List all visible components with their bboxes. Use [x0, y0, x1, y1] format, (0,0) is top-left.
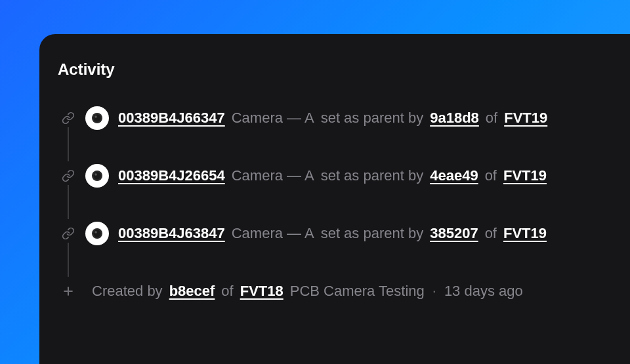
plus-icon	[62, 285, 75, 298]
activity-item: 00389B4J26654 Camera — A set as parent b…	[58, 160, 630, 192]
serial-link[interactable]: 00389B4J66347	[118, 110, 225, 127]
link-icon	[62, 227, 75, 240]
serial-link[interactable]: 00389B4J63847	[118, 225, 225, 242]
link-icon	[62, 169, 75, 182]
activity-panel: Activity 00389B4J66347 Camera — A set as…	[39, 34, 630, 364]
svg-point-8	[94, 231, 97, 233]
link-icon	[62, 111, 75, 125]
camera-avatar	[85, 222, 109, 245]
timeline-icon-col	[58, 218, 79, 249]
timeline-icon-col	[58, 275, 79, 307]
activity-text: Created by b8ecef of FVT18 PCB Camera Te…	[92, 283, 523, 300]
of-label: of	[221, 283, 233, 300]
device-label: Camera — A	[232, 225, 314, 242]
timeline-icon-col	[58, 160, 79, 192]
station-link[interactable]: FVT19	[503, 225, 547, 242]
hash-link[interactable]: 385207	[430, 225, 478, 242]
activity-text: 00389B4J66347 Camera — A set as parent b…	[118, 110, 547, 127]
of-label: of	[485, 225, 497, 242]
camera-avatar	[85, 106, 109, 130]
timeline-connector	[68, 243, 69, 277]
hash-link[interactable]: 9a18d8	[430, 110, 479, 127]
activity-item: 00389B4J63847 Camera — A set as parent b…	[58, 218, 630, 249]
action-label: set as parent by	[321, 225, 424, 242]
action-label: set as parent by	[321, 167, 424, 184]
activity-text: 00389B4J63847 Camera — A set as parent b…	[118, 225, 547, 242]
timeline-icon-col	[58, 102, 79, 134]
timeline-connector	[68, 127, 69, 161]
device-label: Camera — A	[232, 167, 314, 184]
action-label: set as parent by	[321, 110, 424, 127]
hash-link[interactable]: b8ecef	[169, 283, 215, 300]
activity-list: 00389B4J66347 Camera — A set as parent b…	[58, 102, 630, 307]
separator: ·	[432, 283, 436, 300]
timestamp: 13 days ago	[444, 283, 523, 300]
page-title: Activity	[58, 60, 630, 79]
created-description: PCB Camera Testing	[290, 283, 425, 300]
serial-link[interactable]: 00389B4J26654	[118, 167, 225, 184]
activity-item: 00389B4J66347 Camera — A set as parent b…	[58, 102, 630, 134]
svg-point-1	[94, 115, 101, 122]
activity-item-created: Created by b8ecef of FVT18 PCB Camera Te…	[58, 275, 630, 307]
of-label: of	[485, 167, 497, 184]
timeline-connector	[68, 185, 69, 219]
camera-avatar	[85, 164, 109, 188]
activity-text: 00389B4J26654 Camera — A set as parent b…	[118, 167, 547, 184]
of-label: of	[486, 110, 497, 127]
created-prefix: Created by	[92, 283, 163, 300]
station-link[interactable]: FVT19	[504, 110, 547, 127]
hash-link[interactable]: 4eae49	[430, 167, 478, 184]
svg-point-2	[94, 115, 97, 118]
station-link[interactable]: FVT19	[503, 167, 547, 184]
svg-point-4	[94, 172, 101, 180]
svg-point-7	[94, 230, 101, 237]
station-link[interactable]: FVT18	[240, 283, 284, 300]
svg-point-5	[94, 173, 97, 176]
device-label: Camera — A	[232, 110, 314, 127]
